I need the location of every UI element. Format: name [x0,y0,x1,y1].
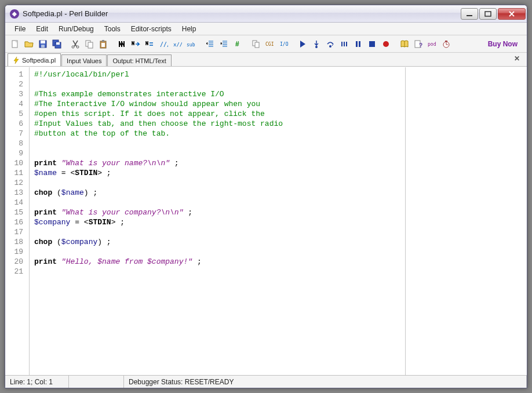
code-line[interactable]: $company = <STDIN> ; [34,217,400,227]
maximize-button[interactable] [479,8,497,20]
svg-rect-5 [41,45,45,48]
minimize-button[interactable] [461,8,478,20]
tab-script[interactable]: Softpedia.pl [8,53,61,66]
line-number: 8 [5,139,29,148]
svg-point-25 [329,45,331,48]
code-line[interactable] [34,139,400,148]
menu-help[interactable]: Help [177,24,201,34]
line-number: 3 [5,89,29,99]
code-line[interactable]: #The Interactive I/O window should appea… [34,99,400,109]
paste-icon[interactable] [97,38,110,50]
new-file-icon[interactable] [9,38,21,50]
svg-text:///: /// [160,41,168,48]
save-icon[interactable] [37,38,49,50]
code-line[interactable] [34,227,400,237]
code-line[interactable]: $name = <STDIN> ; [34,168,400,178]
comment-icon[interactable]: /// [157,38,170,50]
replace-icon[interactable] [143,38,156,50]
code-editor[interactable]: #!/usr/local/bin/perl#This example demon… [30,67,405,375]
run-icon[interactable] [296,38,309,50]
code-line[interactable]: print "What is your company?\n\n" ; [34,208,400,217]
svg-point-9 [72,46,74,48]
uncomment-icon[interactable]: x// [171,38,184,50]
find-icon[interactable] [115,38,128,50]
line-number: 16 [5,217,29,227]
help-book-icon[interactable] [398,38,411,50]
code-line[interactable]: #button at the top of the tab. [34,129,400,139]
svg-rect-8 [56,42,60,45]
code-line[interactable]: #This example demonstrates interactive I… [34,89,400,99]
tab-output[interactable]: Output: HTML/Text [107,54,171,66]
line-number: 12 [5,178,29,188]
code-line[interactable] [34,79,400,89]
code-line[interactable]: print "What is your name?\n\n" ; [34,158,400,168]
menu-editor-scripts[interactable]: Editor-scripts [126,24,176,34]
app-window: ◆ Softpedia.pl - Perl Builder File Edit … [5,5,527,388]
editor-area: 123456789101112131415161718192021 #!/usr… [5,67,527,375]
open-folder-icon[interactable] [23,38,35,50]
svg-rect-34 [445,41,447,42]
titlebar[interactable]: ◆ Softpedia.pl - Perl Builder [5,5,527,23]
menu-run-debug[interactable]: Run/Debug [54,24,99,34]
record-icon[interactable] [380,38,392,50]
code-line[interactable] [34,148,400,158]
tab-label: Input Values [67,57,101,64]
document-tabs: Softpedia.pl Input Values Output: HTML/T… [5,53,527,67]
step-over-icon[interactable] [324,38,337,50]
line-number: 18 [5,237,29,247]
code-line[interactable]: chop ($name) ; [34,188,400,198]
svg-rect-21 [255,42,259,48]
status-blank [69,376,124,388]
svg-rect-15 [101,43,105,47]
context-help-icon[interactable]: ? [412,38,425,50]
code-line[interactable]: #Input Values tab, and then choose the r… [34,119,400,129]
svg-rect-1 [485,12,491,16]
step-out-icon[interactable] [338,38,351,50]
svg-rect-27 [359,41,360,47]
tab-label: Softpedia.pl [22,57,56,64]
outdent-icon[interactable] [203,38,216,50]
pause-icon[interactable] [352,38,365,50]
pod-icon[interactable]: pod [426,38,439,50]
buy-now-link[interactable]: Buy Now [482,40,523,48]
line-number: 19 [5,247,29,257]
svg-text:x//: x// [173,42,182,48]
code-line[interactable] [34,178,400,188]
indent-icon[interactable] [217,38,230,50]
bookmark-icon[interactable]: # [231,38,244,50]
cut-icon[interactable] [69,38,82,50]
svg-point-29 [383,41,389,47]
sub-icon[interactable]: sub [185,38,198,50]
svg-text:#: # [235,40,239,48]
timer-icon[interactable] [440,38,453,50]
line-number: 4 [5,99,29,109]
code-line[interactable] [34,247,400,257]
svg-rect-26 [356,41,358,47]
menu-edit[interactable]: Edit [31,24,53,34]
code-line[interactable]: chop ($company) ; [34,237,400,247]
menu-file[interactable]: File [10,24,30,34]
svg-rect-4 [41,41,45,43]
menubar: File Edit Run/Debug Tools Editor-scripts… [5,23,527,35]
line-number-gutter: 123456789101112131415161718192021 [5,67,30,375]
close-button[interactable] [498,8,526,20]
line-number: 7 [5,129,29,139]
line-number: 15 [5,208,29,217]
save-all-icon[interactable] [50,38,63,50]
svg-text:pod: pod [428,42,436,47]
copy-icon[interactable] [83,38,96,50]
code-line[interactable]: print "Hello, $name from $company!" ; [34,257,400,267]
code-line[interactable] [34,198,400,208]
find-next-icon[interactable] [129,38,142,50]
code-line[interactable] [34,267,400,276]
tab-close-icon[interactable]: ✕ [514,54,523,64]
stop-icon[interactable] [366,38,378,50]
code-line[interactable]: #open this script. If it does not appear… [34,109,400,119]
tab-input-values[interactable]: Input Values [61,54,107,66]
step-into-icon[interactable] [310,38,323,50]
multi-doc-icon[interactable] [250,38,263,50]
code-line[interactable]: #!/usr/local/bin/perl [34,70,400,79]
menu-tools[interactable]: Tools [100,24,125,34]
cgi-icon[interactable]: CGI [264,38,276,50]
io-icon[interactable]: I/O [278,38,290,50]
